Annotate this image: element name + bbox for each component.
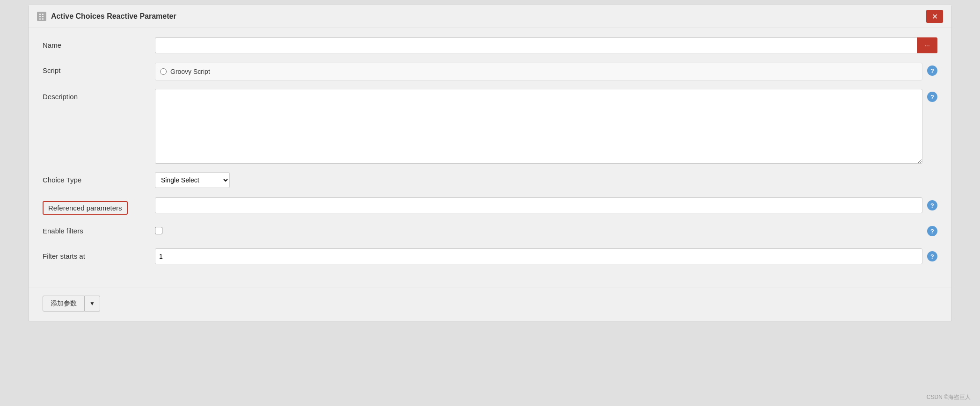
filter-starts-help-icon[interactable]: ? bbox=[927, 251, 937, 261]
add-params-section: 添加参数 ▼ bbox=[29, 288, 951, 321]
filter-starts-control: ? bbox=[155, 248, 937, 264]
add-params-dropdown-button[interactable]: ▼ bbox=[85, 296, 100, 312]
delete-button[interactable]: ✕ bbox=[926, 10, 943, 23]
description-textarea[interactable] bbox=[155, 89, 922, 164]
main-content: Active Choices Reactive Parameter ✕ Name… bbox=[0, 0, 980, 406]
enable-filters-help-icon[interactable]: ? bbox=[927, 226, 937, 236]
groovy-script-label: Groovy Script bbox=[170, 68, 210, 75]
description-row: Description ? bbox=[43, 89, 937, 164]
form-card-title: Active Choices Reactive Parameter bbox=[51, 12, 921, 21]
name-input-group: ··· bbox=[155, 37, 937, 53]
enable-filters-label: Enable filters bbox=[43, 223, 155, 235]
name-row: Name ··· bbox=[43, 37, 937, 54]
add-params-btn-group: 添加参数 ▼ bbox=[43, 296, 937, 312]
name-control: ··· bbox=[155, 37, 937, 53]
filter-starts-row: Filter starts at ? bbox=[43, 248, 937, 265]
delete-icon: ✕ bbox=[932, 12, 938, 21]
filter-starts-label: Filter starts at bbox=[43, 248, 155, 260]
drag-handle[interactable] bbox=[37, 12, 46, 21]
script-help-icon[interactable]: ? bbox=[927, 65, 937, 76]
enable-filters-control: ? bbox=[155, 223, 937, 236]
name-input[interactable] bbox=[155, 37, 917, 53]
name-dots-button[interactable]: ··· bbox=[917, 37, 937, 53]
description-help-icon[interactable]: ? bbox=[927, 92, 937, 102]
filter-starts-input[interactable] bbox=[155, 248, 922, 264]
add-params-button[interactable]: 添加参数 bbox=[43, 296, 85, 312]
enable-filters-row: Enable filters ? bbox=[43, 223, 937, 240]
page-wrapper: Active Choices Reactive Parameter ✕ Name… bbox=[0, 0, 980, 406]
dots-icon: ··· bbox=[924, 42, 930, 49]
dropdown-arrow-icon: ▼ bbox=[89, 300, 95, 307]
choice-type-row: Choice Type Single Select Multi Select R… bbox=[43, 172, 937, 189]
form-card: Active Choices Reactive Parameter ✕ Name… bbox=[28, 5, 952, 321]
form-body: Name ··· Script bbox=[29, 28, 951, 288]
script-label: Script bbox=[43, 63, 155, 74]
description-label: Description bbox=[43, 89, 155, 101]
footer-copyright: CSDN ©海盗巨人 bbox=[927, 393, 971, 401]
referenced-params-label: Referenced parameters bbox=[43, 201, 128, 215]
enable-filters-checkbox[interactable] bbox=[155, 227, 162, 234]
groovy-script-radio[interactable] bbox=[160, 68, 167, 75]
choice-type-control: Single Select Multi Select Radio Buttons… bbox=[155, 172, 937, 188]
referenced-params-input[interactable] bbox=[155, 197, 922, 213]
choice-type-select[interactable]: Single Select Multi Select Radio Buttons… bbox=[155, 172, 230, 188]
script-control: Groovy Script ? bbox=[155, 63, 937, 80]
referenced-params-help-icon[interactable]: ? bbox=[927, 200, 937, 210]
form-card-header: Active Choices Reactive Parameter ✕ bbox=[29, 5, 951, 28]
script-option: Groovy Script bbox=[160, 68, 917, 75]
referenced-params-row: Referenced parameters ? bbox=[43, 197, 937, 215]
choice-type-label: Choice Type bbox=[43, 172, 155, 184]
referenced-params-label-wrap: Referenced parameters bbox=[43, 197, 155, 215]
description-control: ? bbox=[155, 89, 937, 164]
name-label: Name bbox=[43, 37, 155, 49]
script-area: Groovy Script bbox=[155, 63, 922, 80]
referenced-params-control: ? bbox=[155, 197, 937, 213]
script-row: Script Groovy Script ? bbox=[43, 63, 937, 80]
